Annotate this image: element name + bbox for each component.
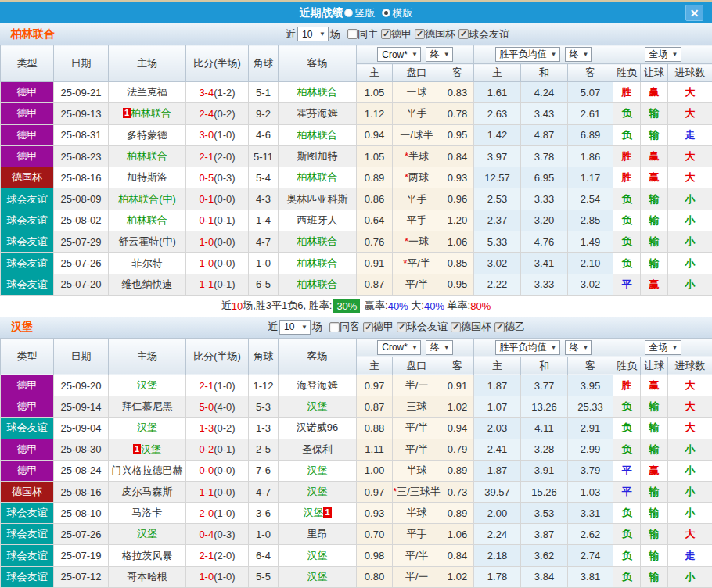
handicap-value: 平/半 (405, 443, 429, 455)
league-checkbox-1[interactable] (415, 29, 425, 39)
handicap-value: 平手 (407, 214, 427, 226)
goals-result-cell: 小 (668, 481, 712, 502)
corner-cell: 1-0 (249, 524, 279, 545)
date-cell: 25-08-16 (54, 481, 109, 502)
home-team-cell: 拜仁慕尼黑 (109, 396, 186, 418)
summary-segment: 近 (221, 299, 232, 313)
league-checkbox-label: 球会友谊 (407, 320, 448, 334)
league-checkbox-2[interactable] (458, 29, 469, 39)
same-venue-checkbox[interactable] (347, 29, 358, 39)
dropdown-value: 终 (570, 341, 579, 354)
home-team-cell: 多特蒙德 (109, 124, 186, 145)
team-header-row: 汉堡近10▼场同客德甲球会友谊德国杯德乙 (0, 317, 712, 338)
date-cell: 25-08-30 (54, 439, 109, 460)
avg-dropdown[interactable]: 胜平负均值▼ (495, 47, 560, 62)
home-team-cell: 1柏林联合 (109, 103, 186, 124)
final-dropdown-2[interactable]: 终▼ (565, 47, 592, 62)
match-row: 球会友谊25-08-10马洛卡2-0(1-0)3-6汉堡10.93半球0.892… (1, 503, 712, 524)
fulltime-score: 0-5 (199, 172, 214, 184)
same-venue-label: 同主 (358, 27, 378, 41)
home-team-cell: 汉堡 (109, 375, 186, 396)
home-team-name: 汉堡 (141, 443, 161, 455)
avg-away-cell: 5.07 (568, 82, 613, 103)
handicap-cell: 平手 (393, 210, 441, 231)
result-cell: 胜 (613, 167, 641, 188)
col-avg-away: 客 (568, 357, 613, 375)
avg-dropdown[interactable]: 胜平负均值▼ (495, 340, 560, 355)
company-dropdown[interactable]: Crow*▼ (377, 47, 421, 62)
league-checkbox-0[interactable] (363, 322, 373, 332)
date-cell: 25-09-04 (54, 418, 109, 439)
final-dropdown[interactable]: 终▼ (426, 47, 453, 62)
final-dropdown-2[interactable]: 终▼ (565, 340, 592, 355)
league-checkbox-1[interactable] (397, 322, 407, 332)
close-button[interactable]: ✕ (685, 5, 703, 21)
avg-draw-cell: 4.87 (521, 124, 568, 145)
handicap-result-cell: 输 (641, 188, 668, 210)
league-checkbox-2[interactable] (451, 322, 461, 332)
home-team-name: 舒云霍特(中) (118, 235, 176, 247)
away-team-name: 汉诺威96 (297, 421, 338, 433)
league-checkbox-label: 德国杯 (461, 320, 491, 334)
col-type: 类型 (1, 338, 54, 375)
layout-radio-1[interactable] (382, 9, 390, 17)
result-cell: 负 (613, 439, 641, 460)
fulltime-score: 0-4 (199, 529, 214, 540)
handicap-cell: *一球 (393, 231, 441, 253)
away-odds-cell: 0.73 (441, 481, 474, 502)
scope-dropdown[interactable]: 全场▼ (645, 47, 681, 62)
league-checkbox-0[interactable] (381, 29, 391, 39)
date-cell: 25-07-26 (54, 253, 109, 274)
fulltime-score: 1-0 (199, 257, 214, 269)
dropdown-value: Crow* (382, 342, 408, 353)
dropdown-arrow-icon: ▼ (551, 51, 557, 58)
company-dropdown[interactable]: Crow*▼ (377, 340, 421, 355)
home-team-cell: 柏林联合(中) (109, 188, 186, 210)
away-team-name: 斯图加特 (297, 150, 338, 162)
home-team-name: 哥本哈根 (127, 571, 167, 583)
col-score: 比分(半场) (186, 338, 249, 375)
fulltime-score: 2-1 (199, 380, 214, 392)
away-team-cell: 霍芬海姆 (279, 103, 357, 124)
col-home: 主场 (109, 338, 186, 375)
home-odds-cell: 0.89 (357, 167, 393, 188)
away-team-cell: 汉堡 (279, 460, 357, 481)
col-handicap-result: 让球 (641, 357, 668, 375)
handicap-result-cell: 赢 (641, 145, 668, 167)
handicap-cell: 半/一 (393, 375, 441, 396)
layout-radio-0[interactable] (344, 9, 353, 17)
home-team-cell: 马洛卡 (109, 503, 186, 524)
score-cell: 0-5(0-3) (186, 167, 249, 188)
scope-dropdown[interactable]: 全场▼ (645, 340, 681, 355)
home-team-name: 汉堡 (137, 379, 157, 391)
match-row: 球会友谊25-07-26汉堡0-4(0-3)1-0里昂0.70平手1.062.2… (1, 524, 712, 545)
handicap-result-cell: 输 (641, 439, 668, 460)
handicap-cell: 半球 (393, 460, 441, 481)
home-odds-cell: 0.76 (357, 231, 393, 253)
handicap-value: 平手 (407, 107, 427, 119)
match-row: 球会友谊25-07-12哥本哈根1-0(1-0)5-5汉堡0.80半/一1.02… (1, 566, 712, 587)
score-cell: 1-1(0-1) (186, 274, 249, 295)
match-count-dropdown[interactable]: 10▼ (297, 27, 329, 41)
avg-group-header: 胜平负均值▼终▼ (474, 45, 613, 64)
avg-home-cell: 2.22 (474, 274, 521, 295)
home-team-name: 维也纳快速 (122, 278, 173, 290)
league-checkbox-3[interactable] (494, 322, 505, 332)
avg-draw-cell: 3.33 (521, 188, 568, 210)
date-cell: 25-09-21 (54, 82, 109, 103)
final-dropdown[interactable]: 终▼ (426, 340, 453, 355)
away-team-name: 柏林联合 (297, 235, 338, 247)
corner-cell: 5-11 (249, 145, 279, 167)
match-count-dropdown[interactable]: 10▼ (279, 320, 311, 335)
home-odds-cell: 0.86 (357, 188, 393, 210)
dropdown-value: 终 (570, 48, 579, 61)
handicap-cell: 平/半 (393, 439, 441, 460)
dropdown-value: Crow* (382, 49, 408, 60)
home-team-cell: 法兰克福 (109, 82, 186, 103)
corner-cell: 5-3 (249, 396, 279, 418)
same-venue-checkbox[interactable] (329, 322, 340, 332)
away-odds-cell: 0.95 (441, 274, 474, 295)
summary-segment: 40% (424, 300, 444, 312)
corner-cell: 4-7 (249, 231, 279, 253)
league-cell: 球会友谊 (1, 274, 54, 295)
